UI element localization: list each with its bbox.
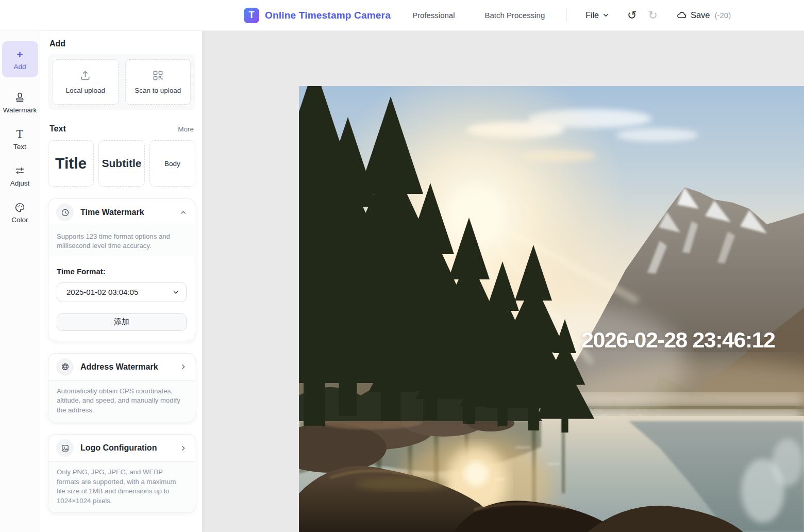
body-card-label: Body bbox=[164, 160, 180, 168]
app-title: Online Timestamp Camera bbox=[265, 10, 391, 21]
time-watermark-description: Supports 123 time format options and mil… bbox=[48, 226, 195, 258]
sidebar-item-color[interactable]: Color bbox=[11, 201, 28, 224]
add-panel: Add Local upload Scan to upload Text Mor… bbox=[40, 31, 203, 532]
sidebar-item-label: Text bbox=[13, 143, 26, 151]
time-format-select[interactable]: 2025-01-02 03:04:05 bbox=[57, 282, 187, 302]
header-divider bbox=[566, 9, 567, 22]
palette-icon bbox=[14, 201, 25, 213]
chevron-down-icon bbox=[172, 289, 179, 296]
canvas-image[interactable]: 2026-02-28 23:46:12 bbox=[299, 86, 804, 532]
sliders-icon bbox=[14, 164, 25, 177]
title-card-label: Title bbox=[55, 155, 87, 172]
add-section-title: Add bbox=[49, 39, 195, 48]
save-button[interactable]: Save (-20) bbox=[676, 10, 731, 21]
time-watermark-card: Time Watermark Supports 123 time format … bbox=[48, 198, 195, 341]
top-header: T Online Timestamp Camera Professional B… bbox=[0, 0, 804, 31]
image-icon bbox=[56, 439, 74, 457]
chevron-right-icon bbox=[179, 444, 187, 452]
nav-batch-processing[interactable]: Batch Processing bbox=[485, 11, 545, 20]
subtitle-text-card[interactable]: Subtitle bbox=[98, 140, 144, 187]
text-section-header: Text More bbox=[49, 124, 194, 134]
title-text-card[interactable]: Title bbox=[48, 140, 94, 187]
sidebar-item-watermark[interactable]: Watermark bbox=[3, 91, 37, 114]
save-credits: (-20) bbox=[715, 11, 731, 20]
text-section-title: Text bbox=[49, 124, 66, 134]
scan-upload-card[interactable]: Scan to upload bbox=[125, 59, 191, 105]
file-menu-label: File bbox=[585, 11, 599, 20]
time-format-label: Time Format: bbox=[57, 267, 187, 276]
address-watermark-card: Address Watermark Automatically obtain G… bbox=[48, 353, 195, 422]
header-nav: Professional Batch Processing bbox=[412, 11, 545, 20]
qr-code-icon bbox=[152, 70, 164, 81]
time-watermark-body: Time Format: 2025-01-02 03:04:05 添加 bbox=[48, 258, 195, 341]
plus-icon: + bbox=[16, 48, 23, 60]
time-watermark-header[interactable]: Time Watermark bbox=[48, 199, 195, 226]
chevron-right-icon bbox=[179, 363, 187, 371]
upload-icon bbox=[79, 70, 91, 81]
body-text-card[interactable]: Body bbox=[149, 140, 195, 187]
add-time-watermark-button[interactable]: 添加 bbox=[57, 313, 187, 331]
timestamp-watermark[interactable]: 2026-02-28 23:46:12 bbox=[581, 327, 775, 353]
editor-canvas[interactable]: 2026-02-28 23:46:12 bbox=[203, 31, 804, 532]
address-watermark-header[interactable]: Address Watermark bbox=[48, 354, 195, 380]
clock-icon bbox=[56, 204, 74, 221]
sidebar-item-add[interactable]: + Add bbox=[2, 41, 38, 77]
sidebar-item-adjust[interactable]: Adjust bbox=[10, 164, 30, 187]
tool-sidebar: + Add Watermark T Text Adjust Color bbox=[0, 31, 40, 532]
sidebar-item-label: Add bbox=[13, 63, 26, 71]
chevron-up-icon[interactable] bbox=[179, 209, 187, 217]
stamp-icon bbox=[14, 91, 25, 104]
undo-icon[interactable]: ↺ bbox=[627, 10, 636, 21]
logo-configuration-description: Only PNG, JPG, JPEG, and WEBP formats ar… bbox=[48, 461, 195, 512]
brand: T Online Timestamp Camera bbox=[244, 8, 391, 23]
upload-card-label: Scan to upload bbox=[135, 87, 181, 94]
sidebar-item-label: Adjust bbox=[10, 179, 30, 187]
sidebar-item-text[interactable]: T Text bbox=[13, 128, 26, 151]
upload-card-label: Local upload bbox=[65, 87, 105, 94]
upload-cards: Local upload Scan to upload bbox=[48, 54, 195, 110]
time-format-value: 2025-01-02 03:04:05 bbox=[66, 288, 138, 296]
address-watermark-title: Address Watermark bbox=[80, 362, 173, 372]
text-icon: T bbox=[16, 128, 23, 140]
subtitle-card-label: Subtitle bbox=[102, 157, 141, 170]
chevron-down-icon bbox=[602, 11, 610, 19]
more-link[interactable]: More bbox=[178, 125, 194, 133]
redo-icon[interactable]: ↻ bbox=[648, 10, 657, 21]
address-watermark-description: Automatically obtain GPS coordinates, al… bbox=[48, 380, 195, 422]
app-logo-icon: T bbox=[244, 8, 259, 23]
logo-configuration-title: Logo Configuration bbox=[80, 443, 173, 453]
local-upload-card[interactable]: Local upload bbox=[53, 59, 119, 105]
file-menu-button[interactable]: File bbox=[585, 11, 610, 20]
sidebar-item-label: Watermark bbox=[3, 106, 37, 114]
photo-svg bbox=[299, 86, 804, 532]
time-watermark-title: Time Watermark bbox=[80, 208, 173, 217]
globe-icon bbox=[56, 358, 74, 376]
logo-configuration-header[interactable]: Logo Configuration bbox=[48, 435, 195, 461]
sidebar-item-label: Color bbox=[11, 216, 28, 224]
text-cards: Title Subtitle Body bbox=[48, 140, 195, 187]
cloud-icon bbox=[676, 10, 687, 21]
save-label: Save bbox=[691, 10, 710, 20]
nav-professional[interactable]: Professional bbox=[412, 11, 455, 20]
logo-configuration-card: Logo Configuration Only PNG, JPG, JPEG, … bbox=[48, 434, 195, 513]
